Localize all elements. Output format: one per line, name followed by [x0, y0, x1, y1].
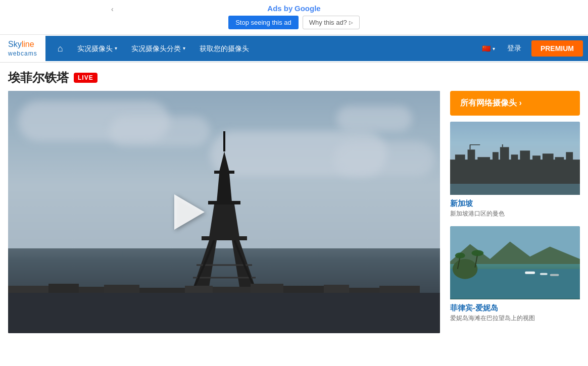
live-cameras-category-label: 实况摄像头分类 — [131, 36, 181, 61]
all-cameras-button[interactable]: 所有网络摄像头 › — [450, 91, 580, 116]
singapore-skyline — [450, 144, 580, 185]
palawan-landscape — [450, 226, 580, 299]
svg-rect-0 — [223, 131, 225, 151]
singapore-card-image — [450, 122, 580, 195]
ads-by-google-label: Ads by Google — [267, 4, 320, 13]
svg-rect-31 — [525, 272, 535, 274]
svg-rect-2 — [214, 171, 234, 174]
logo-webcams: webcams — [8, 50, 37, 57]
navbar: ⌂ 实况摄像头 ▾ 实况摄像头分类 ▾ 获取您的摄像头 🇨🇳 ▾ 登录 PREM… — [45, 36, 588, 61]
logo-sky: Sky — [8, 40, 22, 48]
ad-bar: ‹ Ads by Google Stop seeing this ad Why … — [0, 0, 588, 35]
page-title-bar: 埃菲尔铁塔 LIVE — [0, 63, 588, 91]
svg-rect-16 — [493, 152, 499, 170]
svg-marker-3 — [217, 174, 232, 202]
palawan-card-image — [450, 226, 580, 299]
all-cameras-label: 所有网络摄像头 › — [460, 98, 522, 109]
svg-rect-17 — [500, 147, 509, 169]
svg-marker-1 — [219, 151, 229, 172]
svg-rect-33 — [550, 274, 559, 276]
cloud-5 — [334, 141, 435, 177]
singapore-card[interactable]: 新加坡 新加坡港口区的曼色 — [450, 122, 580, 220]
logo-line: line — [22, 40, 34, 48]
live-badge: LIVE — [74, 73, 97, 83]
chevron-down-icon: ▾ — [115, 36, 117, 61]
svg-point-30 — [453, 259, 477, 279]
palawan-card[interactable]: 菲律宾-爱妮岛 爱妮岛海滩在巴拉望岛上的视图 — [450, 226, 580, 325]
video-section — [8, 91, 440, 333]
sidebar: 所有网络摄像头 › — [450, 91, 580, 333]
flag-icon: 🇨🇳 — [482, 44, 491, 53]
premium-label: PREMIUM — [541, 44, 574, 53]
back-arrow[interactable]: ‹ — [111, 5, 114, 13]
why-this-ad-button[interactable]: Why this ad? ▷ — [303, 16, 360, 29]
login-label: 登录 — [507, 44, 521, 52]
svg-rect-6 — [202, 236, 247, 240]
svg-rect-13 — [455, 154, 465, 170]
language-selector[interactable]: 🇨🇳 ▾ — [477, 44, 500, 53]
cloud-4 — [336, 106, 412, 131]
svg-rect-32 — [540, 273, 548, 275]
home-icon: ⌂ — [58, 43, 63, 54]
logo-skyline: Skyline — [8, 40, 37, 49]
singapore-desc: 新加坡港口区的曼色 — [450, 210, 580, 218]
palawan-card-info: 菲律宾-爱妮岛 爱妮岛海滩在巴拉望岛上的视图 — [450, 299, 580, 325]
singapore-card-info: 新加坡 新加坡港口区的曼色 — [450, 195, 580, 220]
login-button[interactable]: 登录 — [500, 44, 528, 53]
svg-marker-5 — [209, 204, 239, 237]
svg-rect-20 — [532, 155, 541, 170]
live-cameras-category-nav[interactable]: 实况摄像头分类 ▾ — [124, 36, 192, 61]
ground-layer — [8, 293, 440, 333]
chevron-down-icon-2: ▾ — [183, 36, 185, 61]
home-nav-button[interactable]: ⌂ — [51, 43, 70, 54]
svg-rect-23 — [566, 152, 573, 170]
why-this-ad-text: Why this ad? — [309, 19, 347, 26]
live-cameras-label: 实况摄像头 — [77, 36, 113, 61]
svg-rect-19 — [520, 150, 530, 170]
get-camera-nav[interactable]: 获取您的摄像头 — [192, 36, 256, 61]
stop-seeing-ad-button[interactable]: Stop seeing this ad — [228, 16, 299, 29]
ads-by-text: Ads by — [267, 4, 292, 13]
header-row: Skyline webcams ⌂ 实况摄像头 ▾ 实况摄像头分类 ▾ 获取您的… — [0, 35, 588, 63]
svg-rect-15 — [477, 157, 490, 170]
svg-point-37 — [472, 250, 484, 256]
svg-point-35 — [455, 252, 465, 258]
video-container[interactable] — [8, 91, 440, 333]
page-title: 埃菲尔铁塔 — [8, 70, 69, 86]
svg-rect-21 — [543, 153, 554, 170]
premium-button[interactable]: PREMIUM — [531, 40, 583, 57]
svg-rect-18 — [511, 154, 518, 170]
palawan-title: 菲律宾-爱妮岛 — [450, 303, 580, 313]
chevron-down-icon-3: ▾ — [493, 46, 495, 51]
svg-rect-22 — [555, 157, 564, 170]
singapore-title: 新加坡 — [450, 199, 580, 208]
ad-buttons-container: Stop seeing this ad Why this ad? ▷ — [228, 16, 360, 29]
google-text: Google — [295, 4, 321, 13]
svg-rect-4 — [208, 201, 240, 204]
play-button[interactable] — [174, 194, 205, 230]
get-camera-label: 获取您的摄像头 — [200, 36, 249, 61]
buildings — [8, 283, 440, 293]
live-cameras-nav[interactable]: 实况摄像头 ▾ — [70, 36, 124, 61]
sg-water — [450, 184, 580, 195]
play-triangle-icon: ▷ — [349, 20, 353, 25]
main-content: 所有网络摄像头 › — [0, 91, 588, 333]
svg-rect-14 — [468, 149, 475, 170]
palawan-desc: 爱妮岛海滩在巴拉望岛上的视图 — [450, 314, 580, 323]
site-logo[interactable]: Skyline webcams — [0, 35, 45, 62]
